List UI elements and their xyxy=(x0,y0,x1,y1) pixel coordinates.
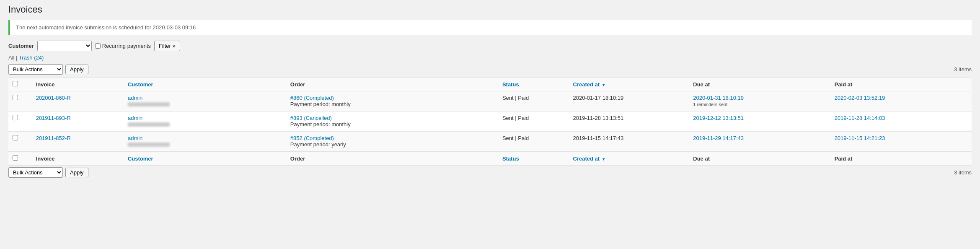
bottom-bulk-row: Bulk Actions Apply 3 items xyxy=(8,167,972,178)
tf-invoice: Invoice xyxy=(32,152,124,166)
row-check-cell xyxy=(8,112,32,132)
separator: | xyxy=(16,54,19,61)
tf-paid: Paid at xyxy=(830,152,972,166)
tf-status: Status xyxy=(498,152,569,166)
th-order-label: Order xyxy=(290,81,305,88)
tf-created-label: Created at xyxy=(573,156,600,162)
row-invoice-cell: 201911-852-R xyxy=(32,132,124,152)
invoice-link[interactable]: 201911-852-R xyxy=(36,135,71,141)
paid-at-link[interactable]: 2019-11-28 14:14:03 xyxy=(835,115,885,121)
tf-check xyxy=(8,152,32,166)
th-status-link[interactable]: Status xyxy=(502,81,519,88)
row-checkbox[interactable] xyxy=(13,115,18,120)
top-bulk-select[interactable]: Bulk Actions xyxy=(8,64,63,75)
order-link[interactable]: #860 (Completed) xyxy=(290,95,334,101)
row-paid-cell: 2019-11-15 14:21:23 xyxy=(830,132,972,152)
tf-customer: Customer xyxy=(124,152,286,166)
all-link-text: All xyxy=(8,54,14,61)
customer-select[interactable] xyxy=(37,41,92,51)
th-created: Created at ▾ xyxy=(569,78,689,91)
row-customer-cell: admin xyxy=(124,132,286,152)
notice-text: The next automated invoice submission is… xyxy=(16,24,196,31)
page-title: Invoices xyxy=(8,4,972,15)
due-at-link[interactable]: 2019-11-29 14:17:43 xyxy=(693,135,744,141)
bottom-items-count: 3 items xyxy=(954,169,972,176)
th-order: Order xyxy=(286,78,498,91)
row-paid-cell: 2020-02-03 13:52:19 xyxy=(830,91,972,112)
tf-created: Created at ▾ xyxy=(569,152,689,166)
tf-created-link[interactable]: Created at ▾ xyxy=(573,156,605,162)
th-customer-link[interactable]: Customer xyxy=(128,81,153,88)
select-all-footer-checkbox[interactable] xyxy=(13,155,18,161)
order-link[interactable]: #893 (Cancelled) xyxy=(290,115,332,121)
customer-link[interactable]: admin xyxy=(128,135,142,141)
order-detail: Payment period: monthly xyxy=(290,121,351,127)
row-due-cell: 2019-12-12 13:13:51 xyxy=(689,112,830,132)
row-invoice-cell: 201911-893-R xyxy=(32,112,124,132)
status-text: Sent | Paid xyxy=(502,135,529,141)
created-at-text: 2019-11-28 13:13:51 xyxy=(573,115,624,121)
row-customer-cell: admin xyxy=(124,91,286,112)
due-reminder-note: 1 reminders sent xyxy=(693,102,727,107)
due-at-link[interactable]: 2019-12-12 13:13:51 xyxy=(693,115,744,121)
customer-link[interactable]: admin xyxy=(128,95,142,101)
row-checkbox[interactable] xyxy=(13,95,18,100)
tf-status-link[interactable]: Status xyxy=(502,156,519,162)
th-created-link[interactable]: Created at ▾ xyxy=(573,81,605,88)
recurring-label-text: Recurring payments xyxy=(102,43,151,49)
row-created-cell: 2019-11-15 14:17:43 xyxy=(569,132,689,152)
row-checkbox[interactable] xyxy=(13,135,18,140)
th-paid: Paid at xyxy=(830,78,972,91)
row-check-cell xyxy=(8,91,32,112)
row-order-cell: #852 (Completed) Payment period: yearly xyxy=(286,132,498,152)
paid-at-link[interactable]: 2020-02-03 13:52:19 xyxy=(835,95,885,101)
row-created-cell: 2020-01-17 18:10:19 xyxy=(569,91,689,112)
table-header-row: Invoice Customer Order Status Created at… xyxy=(8,78,972,91)
table-row: 201911-852-R admin #852 (Completed) Paym… xyxy=(8,132,972,152)
row-status-cell: Sent | Paid xyxy=(498,91,569,112)
row-check-cell xyxy=(8,132,32,152)
paid-at-link[interactable]: 2019-11-15 14:21:23 xyxy=(835,135,885,141)
bottom-apply-button[interactable]: Apply xyxy=(65,168,88,177)
customer-email-blurred xyxy=(128,102,170,106)
tf-customer-link[interactable]: Customer xyxy=(128,156,153,162)
row-order-cell: #860 (Completed) Payment period: monthly xyxy=(286,91,498,112)
row-due-cell: 2020-01-31 18:10:19 1 reminders sent xyxy=(689,91,830,112)
recurring-checkbox-label[interactable]: Recurring payments xyxy=(95,43,151,49)
order-detail: Payment period: yearly xyxy=(290,141,346,148)
notice-bar: The next automated invoice submission is… xyxy=(8,20,972,35)
customer-link[interactable]: admin xyxy=(128,115,142,121)
order-link[interactable]: #852 (Completed) xyxy=(290,135,334,141)
th-customer: Customer xyxy=(124,78,286,91)
select-all-checkbox[interactable] xyxy=(13,81,18,86)
invoice-link[interactable]: 201911-893-R xyxy=(36,115,71,121)
trash-link[interactable]: Trash (24) xyxy=(19,54,44,61)
invoice-link[interactable]: 202001-860-R xyxy=(36,95,71,101)
customer-email-blurred xyxy=(128,122,170,127)
th-invoice: Invoice xyxy=(32,78,124,91)
tf-paid-label: Paid at xyxy=(835,156,853,162)
order-detail: Payment period: monthly xyxy=(290,101,351,107)
due-at-link[interactable]: 2020-01-31 18:10:19 xyxy=(693,95,744,101)
row-created-cell: 2019-11-28 13:13:51 xyxy=(569,112,689,132)
top-apply-button[interactable]: Apply xyxy=(65,65,88,74)
row-order-cell: #893 (Cancelled) Payment period: monthly xyxy=(286,112,498,132)
created-sort-icon: ▾ xyxy=(602,83,605,87)
status-text: Sent | Paid xyxy=(502,95,529,101)
tf-due-label: Due at xyxy=(693,156,710,162)
th-paid-label: Paid at xyxy=(835,81,853,88)
filter-row: Customer Recurring payments Filter » xyxy=(8,41,972,51)
status-text: Sent | Paid xyxy=(502,115,529,121)
tf-order: Order xyxy=(286,152,498,166)
bottom-bulk-select[interactable]: Bulk Actions xyxy=(8,167,63,178)
filter-button[interactable]: Filter » xyxy=(154,41,180,51)
recurring-checkbox[interactable] xyxy=(95,43,101,49)
row-due-cell: 2019-11-29 14:17:43 xyxy=(689,132,830,152)
row-status-cell: Sent | Paid xyxy=(498,132,569,152)
top-bulk-row: Bulk Actions Apply 3 items xyxy=(8,64,972,75)
th-due: Due at xyxy=(689,78,830,91)
th-invoice-label: Invoice xyxy=(36,81,55,88)
row-invoice-cell: 202001-860-R xyxy=(32,91,124,112)
table-footer-row: Invoice Customer Order Status Created at… xyxy=(8,152,972,166)
top-items-count: 3 items xyxy=(954,66,972,73)
